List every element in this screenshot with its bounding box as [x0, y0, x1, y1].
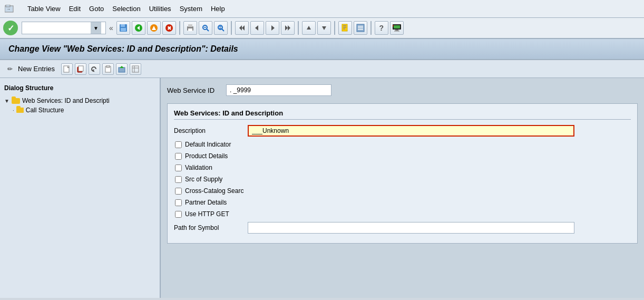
- menu-system[interactable]: System: [180, 5, 202, 13]
- separator-2: [231, 21, 232, 35]
- find-button-1[interactable]: [199, 21, 212, 35]
- svg-marker-27: [288, 25, 290, 31]
- path-label: Path for Symbol: [174, 224, 242, 231]
- svg-rect-31: [343, 25, 346, 26]
- checkbox-cross-catalog-label: Cross-Catalog Searc: [185, 187, 243, 195]
- svg-rect-14: [188, 28, 192, 31]
- svg-point-18: [218, 25, 222, 30]
- folder-icon-webservices: [12, 98, 20, 104]
- sidebar-item-webservices[interactable]: ▼ Web Services: ID and Descripti: [2, 96, 158, 105]
- menu-help[interactable]: Help: [211, 5, 225, 13]
- description-label: Description: [174, 127, 242, 134]
- checkbox-default-indicator-label: Default Indicator: [185, 141, 231, 148]
- help-button[interactable]: ?: [375, 21, 388, 35]
- svg-line-16: [207, 29, 209, 31]
- sub-undo-button[interactable]: [89, 63, 100, 75]
- nav-next-last[interactable]: [281, 21, 295, 35]
- ws-id-input[interactable]: [226, 84, 331, 96]
- print-button[interactable]: [183, 21, 197, 35]
- folder-icon-callstructure: [16, 108, 24, 113]
- sub-new-doc-button[interactable]: [61, 63, 73, 75]
- section-box: Web Services: ID and Description Descrip…: [167, 103, 638, 244]
- path-row: Path for Symbol: [174, 222, 631, 234]
- checkbox-cross-catalog[interactable]: Cross-Catalog Searc: [174, 187, 631, 195]
- sub-paste-button[interactable]: [102, 63, 114, 75]
- svg-rect-4: [121, 24, 125, 27]
- sidebar-item-label-webservices: Web Services: ID and Descripti: [22, 97, 110, 104]
- command-input[interactable]: [22, 22, 91, 34]
- checkbox-partner-details-input[interactable]: [175, 199, 182, 206]
- menu-goto[interactable]: Goto: [89, 5, 104, 13]
- svg-rect-37: [358, 29, 363, 30]
- double-arrow-icon[interactable]: «: [108, 24, 115, 32]
- menu-edit[interactable]: Edit: [69, 5, 81, 13]
- checkbox-use-http-get[interactable]: Use HTTP GET: [174, 210, 631, 218]
- svg-rect-17: [204, 27, 206, 28]
- svg-marker-29: [322, 26, 326, 30]
- svg-rect-13: [188, 24, 192, 27]
- path-input[interactable]: [248, 222, 574, 234]
- checkbox-use-http-get-input[interactable]: [175, 211, 182, 218]
- system-button[interactable]: [390, 21, 404, 35]
- description-row: Description: [174, 125, 631, 137]
- menu-table-view[interactable]: Table View: [27, 5, 61, 13]
- sidebar: Dialog Structure ▼ Web Services: ID and …: [0, 78, 161, 298]
- menu-utilities[interactable]: Utilities: [149, 5, 171, 13]
- menu-selection[interactable]: Selection: [112, 5, 140, 13]
- main-content: Dialog Structure ▼ Web Services: ID and …: [0, 78, 644, 298]
- svg-rect-50: [119, 67, 125, 72]
- separator-4: [334, 21, 335, 35]
- sub-copy-button[interactable]: [75, 63, 86, 75]
- sidebar-child-dot: ·: [13, 108, 14, 113]
- sub-export-button[interactable]: [116, 63, 128, 75]
- checkbox-default-indicator[interactable]: Default Indicator: [174, 141, 631, 148]
- svg-rect-32: [343, 27, 346, 28]
- nav-up[interactable]: [302, 21, 316, 35]
- svg-text:✖: ✖: [167, 25, 172, 31]
- page-header: Change View "Web Services: ID and Descri…: [0, 39, 644, 60]
- sidebar-title: Dialog Structure: [2, 82, 158, 94]
- dropdown-arrow[interactable]: ▼: [91, 22, 101, 34]
- command-dropdown[interactable]: ▼: [22, 22, 106, 34]
- checkbox-product-details-input[interactable]: [175, 153, 182, 160]
- new-entries-button[interactable]: New Entries: [18, 65, 55, 73]
- checkbox-validation-input[interactable]: [175, 164, 182, 171]
- sidebar-expand-arrow: ▼: [4, 98, 9, 104]
- save-button[interactable]: [116, 21, 130, 35]
- sidebar-item-callstructure[interactable]: · Call Structure: [11, 105, 158, 115]
- nav-next[interactable]: [266, 21, 279, 35]
- sub-table-button[interactable]: [130, 63, 141, 75]
- app-icon: →: [4, 5, 15, 13]
- checkbox-product-details-label: Product Details: [185, 152, 228, 160]
- sub-toolbar: ✏ New Entries: [0, 60, 644, 78]
- checkbox-src-of-supply-input[interactable]: [175, 176, 182, 183]
- ws-id-row: Web Service ID: [167, 84, 638, 96]
- checkbox-use-http-get-label: Use HTTP GET: [185, 210, 229, 218]
- cancel-button[interactable]: ✖: [162, 21, 176, 35]
- section-title: Web Services: ID and Description: [174, 109, 631, 120]
- doc-button[interactable]: [338, 21, 352, 35]
- svg-marker-24: [255, 25, 258, 31]
- svg-rect-36: [358, 27, 363, 28]
- exit-button[interactable]: [147, 21, 161, 35]
- checkbox-product-details[interactable]: Product Details: [174, 152, 631, 160]
- nav-prev[interactable]: [250, 21, 264, 35]
- description-input[interactable]: [248, 125, 574, 137]
- svg-rect-5: [121, 28, 126, 31]
- nav-prev-first[interactable]: [235, 21, 249, 35]
- back-button[interactable]: [132, 21, 145, 35]
- svg-rect-35: [358, 26, 363, 27]
- new-entries-label: New Entries: [18, 65, 55, 73]
- svg-rect-46: [79, 66, 83, 71]
- checkbox-partner-details[interactable]: Partner Details: [174, 199, 631, 206]
- checkbox-default-indicator-input[interactable]: [175, 141, 182, 148]
- checkbox-cross-catalog-input[interactable]: [175, 188, 182, 195]
- separator-3: [298, 21, 299, 35]
- checkbox-src-of-supply[interactable]: Src of Supply: [174, 176, 631, 183]
- check-button[interactable]: ✓: [3, 21, 18, 35]
- find-button-2[interactable]: [214, 21, 228, 35]
- list-button[interactable]: [354, 21, 367, 35]
- checkbox-validation[interactable]: Validation: [174, 164, 631, 171]
- svg-rect-49: [106, 65, 110, 67]
- nav-down[interactable]: [317, 21, 331, 35]
